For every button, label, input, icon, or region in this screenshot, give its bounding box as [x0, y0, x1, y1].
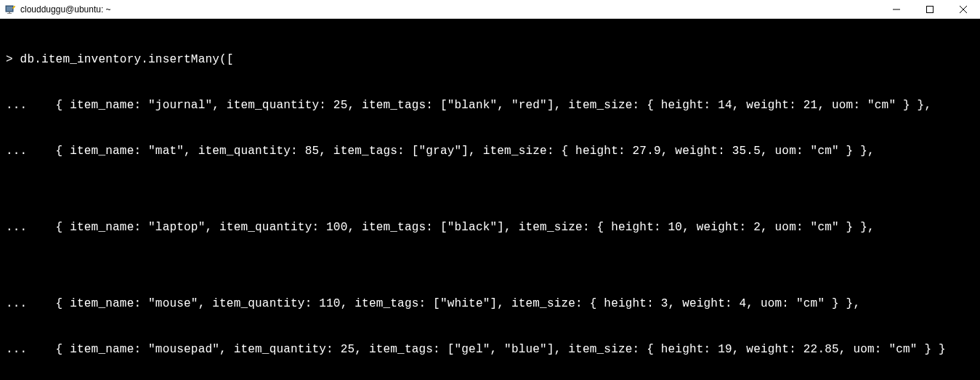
- putty-icon: [4, 4, 16, 15]
- svg-rect-1: [7, 7, 12, 11]
- window-controls: [880, 0, 980, 18]
- svg-rect-3: [7, 13, 12, 14]
- svg-rect-5: [927, 6, 934, 12]
- terminal-line: > db.item_inventory.insertMany([: [6, 52, 974, 68]
- terminal-line: ... { item_name: "laptop", item_quantity…: [6, 220, 974, 235]
- terminal-line: ... { item_name: "journal", item_quantit…: [6, 98, 974, 113]
- window-title: cloudduggu@ubuntu: ~: [20, 4, 111, 15]
- terminal-line: ... { item_name: "mat", item_quantity: 8…: [6, 144, 974, 159]
- terminal-line: ... { item_name: "mouse", item_quantity:…: [6, 296, 974, 312]
- terminal-output[interactable]: > db.item_inventory.insertMany([ ... { i…: [0, 19, 980, 380]
- close-button[interactable]: [947, 0, 980, 18]
- svg-rect-2: [9, 12, 10, 13]
- window-titlebar: cloudduggu@ubuntu: ~: [0, 0, 980, 19]
- maximize-button[interactable]: [913, 0, 947, 18]
- minimize-button[interactable]: [880, 0, 913, 18]
- titlebar-left: cloudduggu@ubuntu: ~: [0, 4, 111, 15]
- terminal-line: ... { item_name: "mousepad", item_quanti…: [6, 342, 974, 357]
